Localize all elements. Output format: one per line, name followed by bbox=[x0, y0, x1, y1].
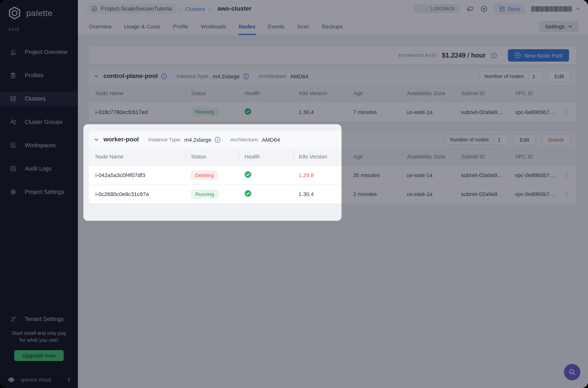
column-header: Health bbox=[239, 152, 294, 161]
collapse-sidebar-icon[interactable] bbox=[66, 377, 71, 382]
sidebar-item-cluster-groups[interactable]: Cluster Groups bbox=[0, 115, 78, 129]
node-availability-zone: us-east-1a bbox=[402, 191, 456, 197]
column-header: Health bbox=[239, 89, 294, 98]
table-row[interactable]: i-0c2680c0e8c31c97a Running 1.30.4 2 min… bbox=[89, 184, 576, 203]
tab-profile[interactable]: Profile bbox=[173, 18, 188, 35]
tab-backups[interactable]: Backups bbox=[322, 18, 343, 35]
node-k8s-version: 1.29.8 bbox=[294, 172, 348, 178]
node-status: Running bbox=[186, 189, 239, 199]
info-icon[interactable] bbox=[161, 73, 167, 79]
spectro-logo-icon bbox=[7, 375, 16, 384]
redacted-username bbox=[531, 6, 572, 11]
node-subnet-id: subnet-02a9a9… bbox=[456, 109, 510, 115]
new-node-pool-button[interactable]: New Node Pool bbox=[508, 49, 569, 62]
number-of-nodes-input[interactable]: 1 bbox=[495, 134, 508, 145]
gear-icon bbox=[9, 188, 17, 196]
node-name: i-018c7780ecfc617ed bbox=[95, 109, 186, 115]
column-header: Status bbox=[186, 89, 239, 98]
node-status: Deleting bbox=[186, 170, 239, 180]
app-scale-wrapper: palette 4.4.19 Project Overview Profiles bbox=[0, 0, 588, 388]
node-age: 2 minutes bbox=[348, 191, 402, 197]
book-icon bbox=[499, 6, 505, 12]
info-icon[interactable] bbox=[491, 52, 497, 58]
number-of-nodes-label: Number of nodes bbox=[444, 134, 495, 145]
top-bar: Project-ScaleSecureTutoria / Clusters / … bbox=[78, 0, 588, 18]
sidebar-item-tenant-settings[interactable]: Tenant Settings bbox=[0, 312, 78, 326]
number-of-nodes-control: Number of nodes 1 bbox=[479, 71, 542, 81]
node-availability-zone: us-east-1a bbox=[402, 109, 456, 115]
upsell-text-line1: Start small and only pay bbox=[0, 330, 78, 337]
audit-log-icon bbox=[9, 165, 17, 172]
node-availability-zone: us-east-1a bbox=[402, 172, 456, 178]
sidebar-item-label: Audit Logs bbox=[25, 165, 51, 172]
tab-workloads[interactable]: Workloads bbox=[201, 18, 226, 35]
settings-button[interactable]: Settings bbox=[539, 21, 579, 32]
chat-icon[interactable] bbox=[466, 5, 474, 13]
sidebar-item-label: Project Settings bbox=[25, 189, 64, 195]
sidebar-item-label: Clusters bbox=[25, 96, 45, 102]
column-header: Availability Zone bbox=[402, 152, 456, 161]
edit-pool-button[interactable]: Edit bbox=[513, 134, 536, 145]
pool-header: worker-pool Instance Type: m4.2xlarge Ar… bbox=[89, 131, 576, 148]
pool-name: worker-pool bbox=[103, 136, 139, 143]
instance-type-value: m4.2xlarge bbox=[184, 136, 211, 143]
tab-scan[interactable]: Scan bbox=[297, 18, 309, 35]
brand-text: spectro cloud bbox=[20, 377, 51, 382]
kebab-menu-icon[interactable] bbox=[563, 191, 570, 197]
usage-meter-pill[interactable]: 1.29/100kCh bbox=[414, 4, 460, 13]
docs-button[interactable]: Docs bbox=[494, 3, 525, 14]
sidebar-item-audit-logs[interactable]: Audit Logs bbox=[0, 161, 78, 176]
column-header: Node Name bbox=[95, 89, 186, 98]
search-fab-button[interactable] bbox=[564, 364, 580, 380]
tab-events[interactable]: Events bbox=[268, 18, 285, 35]
delete-pool-button[interactable]: Delete bbox=[542, 134, 570, 145]
chevron-down-icon[interactable] bbox=[94, 73, 99, 79]
compass-icon[interactable] bbox=[480, 5, 488, 13]
pool-name: control-plane-pool bbox=[103, 73, 158, 80]
sidebar-item-workspaces[interactable]: Workspaces bbox=[0, 138, 78, 153]
number-of-nodes-input[interactable]: 1 bbox=[529, 71, 542, 81]
breadcrumb-project[interactable]: Project-ScaleSecureTutoria bbox=[87, 3, 176, 14]
pool-controls: Number of nodes 1 Edit bbox=[479, 71, 570, 82]
sidebar-item-label: Project Overview bbox=[25, 49, 67, 55]
edit-pool-button[interactable]: Edit bbox=[548, 71, 570, 82]
tab-overview[interactable]: Overview bbox=[89, 18, 112, 35]
breadcrumb-clusters-link[interactable]: Clusters bbox=[185, 6, 205, 12]
upsell-panel: Start small and only pay for what you us… bbox=[0, 330, 78, 361]
pool-section-control-plane: control-plane-pool Instance Type: m4.2xl… bbox=[89, 68, 576, 121]
kebab-menu-icon[interactable] bbox=[563, 109, 570, 115]
sidebar-item-profiles[interactable]: Profiles bbox=[0, 68, 78, 83]
number-of-nodes-control: Number of nodes 1 bbox=[444, 134, 508, 145]
table-row[interactable]: i-042a5a3c0f4f07df3 Deleting 1.29.8 35 m… bbox=[89, 165, 576, 184]
table-row[interactable]: i-018c7780ecfc617ed Running 1.30.4 7 min… bbox=[89, 102, 576, 121]
architecture-label: Architecture: bbox=[258, 73, 287, 79]
tab-usage-costs[interactable]: Usage & Costs bbox=[124, 18, 160, 35]
user-menu[interactable] bbox=[531, 6, 580, 11]
cluster-tabs: Overview Usage & Costs Profile Workloads… bbox=[78, 18, 588, 35]
sidebar-item-project-settings[interactable]: Project Settings bbox=[0, 185, 78, 199]
sidebar-item-label: Profiles bbox=[25, 72, 44, 79]
architecture-label: Architecture: bbox=[230, 137, 259, 143]
info-icon[interactable] bbox=[243, 73, 249, 79]
sidebar-item-project-overview[interactable]: Project Overview bbox=[0, 45, 78, 59]
new-node-pool-label: New Node Pool bbox=[525, 52, 563, 58]
status-badge: Running bbox=[191, 107, 218, 117]
column-header: Subnet ID bbox=[456, 152, 510, 161]
tools-icon bbox=[9, 315, 17, 323]
network-icon bbox=[9, 118, 17, 126]
node-vpc-id: vpc-0e89b5b7f… bbox=[510, 109, 555, 115]
column-header: K8s Version bbox=[294, 89, 348, 98]
sidebar-item-clusters[interactable]: Clusters bbox=[0, 92, 78, 106]
node-age: 35 minutes bbox=[348, 172, 402, 178]
chevron-down-icon[interactable] bbox=[94, 137, 99, 142]
pool-controls: Number of nodes 1 Edit Delete bbox=[444, 134, 570, 145]
chevron-down-icon bbox=[568, 24, 573, 29]
info-icon[interactable] bbox=[215, 136, 221, 143]
tab-nodes[interactable]: Nodes bbox=[239, 18, 255, 35]
kebab-menu-icon[interactable] bbox=[563, 172, 570, 178]
node-health bbox=[239, 171, 294, 179]
main-content: Project-ScaleSecureTutoria / Clusters / … bbox=[78, 0, 588, 388]
architecture-value: AMD64 bbox=[262, 136, 280, 143]
breadcrumb-separator: / bbox=[209, 6, 210, 12]
upgrade-now-button[interactable]: Upgrade now bbox=[14, 350, 64, 361]
